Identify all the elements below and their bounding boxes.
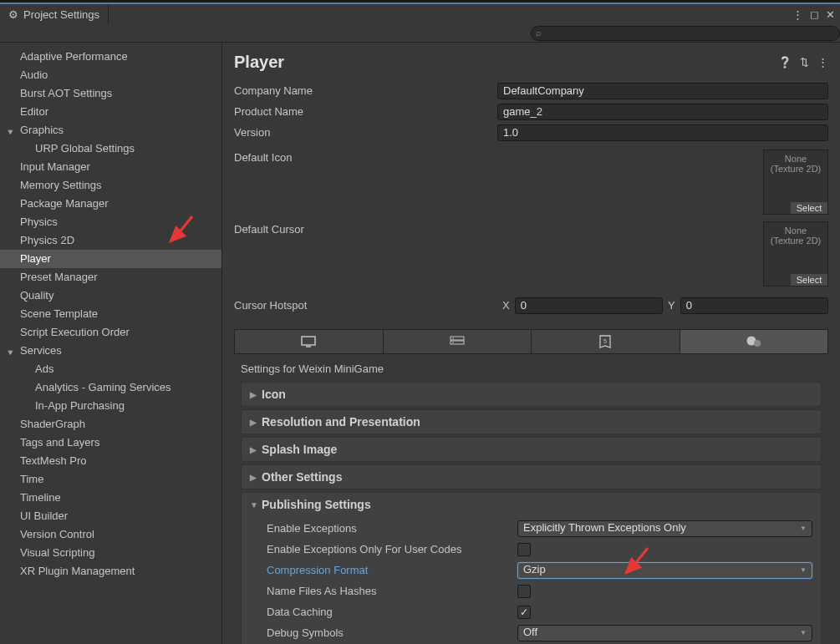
titlebar: ⚙ Project Settings ⋮ ◻ ✕ [0,4,840,24]
platform-tab-webgl[interactable]: 5 [532,330,680,353]
platform-section-label: Settings for Weixin MiniGame [241,363,828,375]
foldout-resolution: ▶Resolution and Presentation [241,409,822,434]
name-hashes-checkbox[interactable] [517,585,531,598]
sidebar-item-ads[interactable]: Ads [0,360,221,378]
searchbar: ⌕ [0,24,840,43]
foldout-splash-header[interactable]: ▶Splash Image [242,438,821,461]
hotspot-x-input[interactable] [515,297,663,314]
default-cursor-label: Default Cursor [234,221,497,236]
platform-tab-standalone[interactable] [235,330,384,353]
sidebar-item-graphics[interactable]: Graphics [0,121,221,139]
sidebar-item-editor[interactable]: Editor [0,103,221,121]
sidebar-item-ui-builder[interactable]: UI Builder [0,507,221,525]
sidebar-item-version-control[interactable]: Version Control [0,525,221,544]
default-icon-label: Default Icon [234,150,497,164]
sidebar-item-scene-template[interactable]: Scene Template [0,305,221,323]
default-cursor-select-button[interactable]: Select [791,274,827,286]
sidebar-item-timeline[interactable]: Timeline [0,489,221,507]
sidebar-item-memory-settings[interactable]: Memory Settings [0,176,221,195]
foldout-publishing-header[interactable]: ▼Publishing Settings [242,493,821,516]
sidebar-item-physics-2d[interactable]: Physics 2D [0,231,221,250]
debug-symbols-label: Debug Symbols [267,626,517,639]
preset-icon[interactable]: ⇅ [800,56,809,68]
svg-point-5 [452,342,454,343]
foldout-splash: ▶Splash Image [241,437,822,462]
window-tab[interactable]: ⚙ Project Settings [0,4,109,24]
search-icon: ⌕ [536,28,542,38]
sidebar-item-preset-manager[interactable]: Preset Manager [0,268,221,287]
sidebar-item-shadergraph[interactable]: ShaderGraph [0,415,221,434]
more-icon[interactable]: ⋮ [817,56,828,68]
sidebar-item-urp-global-settings[interactable]: URP Global Settings [0,139,221,158]
platform-tab-weixin[interactable] [680,330,828,353]
sidebar-item-time[interactable]: Time [0,470,221,489]
sidebar-item-textmesh-pro[interactable]: TextMesh Pro [0,452,221,470]
svg-point-8 [754,340,761,347]
debug-symbols-select[interactable]: Off [517,625,812,641]
sidebar-item-analytics-gaming-services[interactable]: Analytics - Gaming Services [0,378,221,397]
default-icon-select-button[interactable]: Select [791,202,827,214]
foldout-resolution-header[interactable]: ▶Resolution and Presentation [242,410,821,434]
sidebar-item-xr-plugin-management[interactable]: XR Plugin Management [0,562,221,581]
sidebar-item-script-execution-order[interactable]: Script Execution Order [0,323,221,342]
foldout-other-header[interactable]: ▶Other Settings [242,465,821,489]
product-name-input[interactable] [497,104,828,120]
version-input[interactable] [497,124,828,141]
enable-exceptions-select[interactable]: Explicitly Thrown Exceptions Only [517,520,812,537]
sidebar-item-package-manager[interactable]: Package Manager [0,195,221,213]
maximize-icon[interactable]: ◻ [810,8,819,21]
sidebar-item-adaptive-performance[interactable]: Adaptive Performance [0,48,221,66]
company-name-label: Company Name [234,84,497,97]
compression-format-label: Compression Format [267,564,517,576]
foldout-other: ▶Other Settings [241,464,822,489]
platform-tab-server[interactable] [384,330,532,353]
svg-point-4 [452,337,454,339]
foldout-icon: ▶Icon [241,382,822,407]
hotspot-x-label: X [502,299,510,312]
enable-exceptions-label: Enable Exceptions [267,522,517,535]
sidebar-item-in-app-purchasing[interactable]: In-App Purchasing [0,397,221,415]
compression-format-select[interactable]: Gzip [517,562,812,579]
menu-dots-icon[interactable]: ⋮ [792,8,803,21]
data-caching-label: Data Caching [267,606,517,618]
svg-rect-0 [302,337,315,345]
window-title: Project Settings [23,8,99,21]
search-input[interactable] [531,26,840,41]
version-label: Version [234,126,497,139]
default-icon-asset[interactable]: None (Texture 2D) Select [763,150,828,215]
sidebar-item-quality[interactable]: Quality [0,287,221,305]
main-panel: Player ❔ ⇅ ⋮ Company Name Product Name V… [222,43,840,644]
sidebar-item-input-manager[interactable]: Input Manager [0,158,221,176]
data-caching-checkbox[interactable]: ✓ [517,606,531,619]
svg-text:5: 5 [603,338,607,344]
sidebar-item-physics[interactable]: Physics [0,213,221,231]
close-icon[interactable]: ✕ [826,8,835,21]
sidebar-item-audio[interactable]: Audio [0,66,221,84]
hotspot-y-label: Y [668,299,675,312]
sidebar-item-tags-and-layers[interactable]: Tags and Layers [0,434,221,452]
sidebar-item-visual-scripting[interactable]: Visual Scripting [0,544,221,562]
page-title: Player [234,53,284,72]
foldout-icon-header[interactable]: ▶Icon [242,383,821,406]
default-cursor-asset[interactable]: None (Texture 2D) Select [763,221,828,287]
user-codes-checkbox[interactable] [517,543,531,556]
company-name-input[interactable] [497,83,828,99]
platform-tabs: 5 [234,329,828,354]
sidebar-item-player[interactable]: Player [0,250,221,268]
product-name-label: Product Name [234,105,497,118]
foldout-publishing: ▼Publishing Settings Enable Exceptions E… [241,492,822,644]
gear-icon: ⚙ [8,8,18,21]
sidebar-item-services[interactable]: Services [0,342,221,360]
cursor-hotspot-label: Cursor Hotspot [234,299,497,312]
hotspot-y-input[interactable] [680,297,828,314]
help-icon[interactable]: ❔ [778,56,792,68]
settings-sidebar: Adaptive PerformanceAudioBurst AOT Setti… [0,43,222,644]
user-codes-label: Enable Exceptions Only For User Codes [267,543,517,555]
sidebar-item-burst-aot-settings[interactable]: Burst AOT Settings [0,84,221,103]
name-hashes-label: Name Files As Hashes [267,585,517,597]
